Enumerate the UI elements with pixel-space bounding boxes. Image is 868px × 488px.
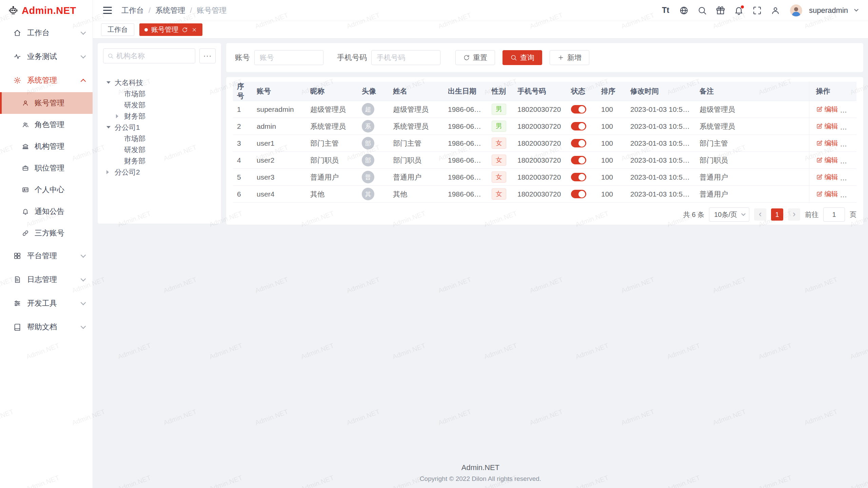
cell-index: 1 bbox=[233, 101, 253, 118]
more-actions-button[interactable]: ··· bbox=[845, 174, 853, 182]
avatar: 超 bbox=[362, 103, 374, 116]
phone-filter-input[interactable] bbox=[371, 50, 440, 65]
tree-node[interactable]: 财务部 bbox=[103, 155, 216, 166]
fullscreen-icon[interactable] bbox=[751, 5, 763, 16]
caret-right-icon[interactable] bbox=[116, 114, 118, 118]
sidebar-item-dev-tools[interactable]: 开发工具 bbox=[0, 291, 93, 315]
cell-gender: 女 bbox=[488, 169, 513, 186]
search-button[interactable]: 查询 bbox=[502, 50, 542, 65]
tree-node[interactable]: 大名科技 bbox=[103, 77, 216, 88]
sidebar-subitem-org-management[interactable]: 机构管理 bbox=[0, 136, 93, 157]
search-icon[interactable] bbox=[696, 5, 708, 16]
edit-button[interactable]: 编辑 bbox=[816, 172, 838, 182]
cell-nickname: 其他 bbox=[306, 186, 358, 203]
cell-nickname: 超级管理员 bbox=[306, 101, 358, 118]
sidebar-item-system-management[interactable]: 系统管理 bbox=[0, 68, 93, 92]
sidebar-subitem-account-management[interactable]: 账号管理 bbox=[0, 92, 93, 114]
cell-account: admin bbox=[253, 118, 306, 135]
more-actions-button[interactable]: ··· bbox=[845, 140, 853, 148]
globe-icon[interactable] bbox=[678, 5, 690, 16]
cell-nickname: 普通用户 bbox=[306, 169, 358, 186]
gender-tag: 女 bbox=[492, 138, 506, 149]
tab-workbench[interactable]: 工作台 bbox=[101, 23, 134, 36]
tree-more-button[interactable]: ··· bbox=[199, 48, 216, 63]
status-toggle[interactable] bbox=[571, 156, 586, 164]
add-button[interactable]: 新增 bbox=[550, 50, 589, 65]
breadcrumb-item-current: 账号管理 bbox=[197, 5, 226, 16]
tree-node[interactable]: 研发部 bbox=[103, 144, 216, 155]
sidebar-subitem-role-management[interactable]: 角色管理 bbox=[0, 114, 93, 136]
building-icon bbox=[22, 143, 29, 150]
breadcrumb-item[interactable]: 系统管理 bbox=[155, 5, 185, 16]
more-actions-button[interactable]: ··· bbox=[845, 106, 853, 114]
sidebar-subitem-personal-center[interactable]: 个人中心 bbox=[0, 179, 93, 201]
user-center-icon[interactable] bbox=[770, 5, 781, 16]
edit-button[interactable]: 编辑 bbox=[816, 156, 838, 165]
next-page-button[interactable]: › bbox=[788, 208, 800, 221]
notification-bell-icon[interactable] bbox=[733, 5, 745, 16]
avatar[interactable] bbox=[790, 4, 802, 17]
page-unit-label: 页 bbox=[850, 210, 856, 219]
reset-button[interactable]: 重置 bbox=[455, 50, 495, 65]
status-toggle[interactable] bbox=[571, 122, 586, 130]
more-actions-button[interactable]: ··· bbox=[845, 123, 853, 131]
org-search-box bbox=[103, 48, 195, 63]
theme-gift-icon[interactable] bbox=[715, 5, 726, 16]
status-toggle[interactable] bbox=[571, 190, 586, 198]
more-actions-button[interactable]: ··· bbox=[845, 157, 853, 165]
sidebar-subitem-label: 通知公告 bbox=[35, 206, 64, 217]
tree-node[interactable]: 财务部 bbox=[103, 110, 216, 122]
current-page-button[interactable]: 1 bbox=[771, 208, 783, 221]
username[interactable]: superadmin bbox=[809, 6, 848, 15]
goto-page-input[interactable] bbox=[823, 207, 845, 222]
sidebar-item-platform-management[interactable]: 平台管理 bbox=[0, 244, 93, 268]
cell-avatar: 部 bbox=[358, 152, 389, 169]
breadcrumb-item[interactable]: 工作台 bbox=[121, 5, 144, 16]
caret-down-icon[interactable] bbox=[106, 126, 111, 128]
briefcase-icon bbox=[22, 164, 29, 172]
tree-node[interactable]: 市场部 bbox=[103, 133, 216, 144]
edit-button[interactable]: 编辑 bbox=[816, 139, 838, 148]
sidebar-item-business-test[interactable]: 业务测试 bbox=[0, 45, 93, 68]
edit-button[interactable]: 编辑 bbox=[816, 122, 838, 131]
edit-button[interactable]: 编辑 bbox=[816, 189, 838, 199]
sidebar-item-workbench[interactable]: 工作台 bbox=[0, 21, 93, 45]
sidebar-subitem-position-management[interactable]: 职位管理 bbox=[0, 157, 93, 179]
sidebar-item-label: 日志管理 bbox=[27, 274, 57, 285]
close-icon[interactable] bbox=[191, 27, 197, 33]
chevron-down-icon bbox=[81, 323, 86, 329]
cell-status bbox=[567, 118, 597, 135]
tree-node[interactable]: 分公司1 bbox=[103, 122, 216, 133]
font-size-icon[interactable]: Tt bbox=[660, 5, 671, 16]
logo[interactable]: Admin.NET bbox=[0, 0, 93, 21]
pagination-total: 共 6 条 bbox=[683, 210, 704, 219]
id-card-icon bbox=[22, 186, 29, 194]
page-size-select[interactable]: 10条/页 bbox=[709, 207, 749, 222]
sidebar-item-log-management[interactable]: 日志管理 bbox=[0, 268, 93, 291]
caret-down-icon[interactable] bbox=[106, 81, 111, 84]
gear-icon bbox=[13, 76, 21, 84]
sidebar-subitem-third-party-account[interactable]: 三方账号 bbox=[0, 222, 93, 244]
tree-node[interactable]: 市场部 bbox=[103, 88, 216, 99]
sidebar-subitem-notice[interactable]: 通知公告 bbox=[0, 201, 93, 222]
status-toggle[interactable] bbox=[571, 139, 586, 147]
sidebar-item-help-docs[interactable]: 帮助文档 bbox=[0, 315, 93, 339]
cell-remark: 系统管理员 bbox=[695, 118, 809, 135]
tab-account-management[interactable]: 账号管理 bbox=[139, 23, 202, 36]
table-row: 4 user2 部门职员 部 部门职员 1986-06-28 女 1802003… bbox=[233, 152, 856, 169]
more-actions-button[interactable]: ··· bbox=[845, 191, 853, 199]
refresh-icon[interactable] bbox=[182, 27, 188, 33]
status-toggle[interactable] bbox=[571, 105, 586, 114]
cell-avatar: 部 bbox=[358, 135, 389, 152]
hamburger-menu-icon[interactable] bbox=[102, 5, 113, 15]
edit-button[interactable]: 编辑 bbox=[816, 105, 838, 114]
caret-right-icon[interactable] bbox=[106, 170, 109, 174]
account-filter-input[interactable] bbox=[254, 50, 323, 65]
tree-node[interactable]: 分公司2 bbox=[103, 166, 216, 178]
org-search-input[interactable] bbox=[116, 52, 191, 60]
prev-page-button[interactable]: ‹ bbox=[754, 208, 766, 221]
tree-node[interactable]: 研发部 bbox=[103, 99, 216, 110]
table-row: 2 admin 系统管理员 系 系统管理员 1986-06-28 男 18020… bbox=[233, 118, 856, 135]
edit-icon bbox=[816, 174, 823, 180]
status-toggle[interactable] bbox=[571, 173, 586, 181]
